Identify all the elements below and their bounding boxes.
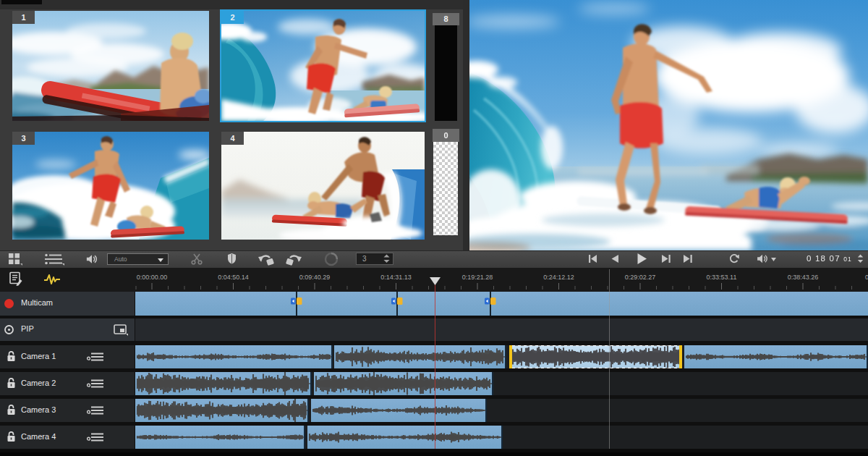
svg-text:0:04:50.14: 0:04:50.14 (218, 274, 249, 281)
svg-text:0:33:53.11: 0:33:53.11 (707, 274, 737, 281)
svg-text:0:38:43.26: 0:38:43.26 (788, 274, 819, 281)
svg-text:0:24:12.12: 0:24:12.12 (543, 274, 574, 281)
svg-text:0:19:21.28: 0:19:21.28 (462, 274, 493, 281)
svg-text:0:09:40.29: 0:09:40.29 (299, 274, 331, 281)
svg-text:0:00:00.00: 0:00:00.00 (137, 274, 168, 281)
svg-text:0: 0 (865, 274, 868, 281)
svg-text:0:14:31.13: 0:14:31.13 (380, 274, 412, 281)
svg-text:0:29:02.27: 0:29:02.27 (625, 274, 656, 281)
